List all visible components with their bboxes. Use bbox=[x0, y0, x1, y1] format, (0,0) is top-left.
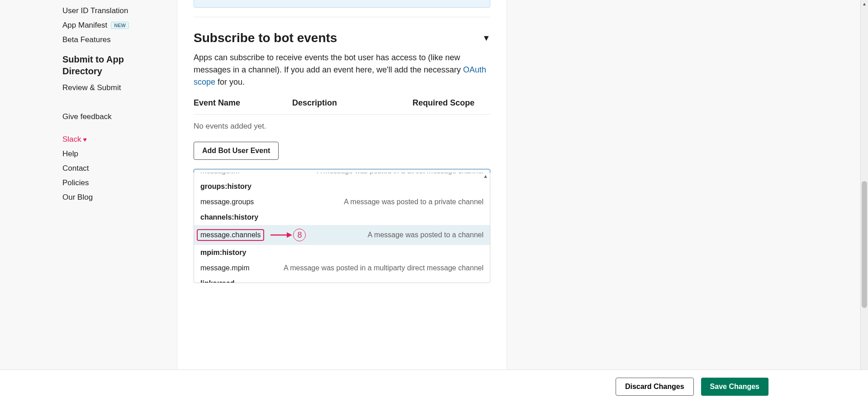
item-name: message.groups bbox=[200, 198, 254, 206]
sidebar-link-feedback[interactable]: Give feedback bbox=[62, 110, 177, 124]
add-bot-user-event-button[interactable]: Add Bot User Event bbox=[194, 142, 279, 160]
dropdown-item-message-groups[interactable]: message.groups A message was posted to a… bbox=[194, 194, 490, 210]
dropdown-item-message-mpim[interactable]: message.mpim A message was posted in a m… bbox=[194, 260, 490, 276]
sidebar-section-submit: Submit to App Directory bbox=[62, 47, 144, 81]
sidebar-item-beta-features[interactable]: Beta Features bbox=[62, 33, 177, 47]
desc-part1: Apps can subscribe to receive events the… bbox=[194, 53, 463, 74]
discard-changes-button[interactable]: Discard Changes bbox=[616, 378, 694, 396]
item-name: message.im bbox=[200, 173, 239, 175]
sidebar: User ID Translation App Manifest NEW Bet… bbox=[0, 0, 177, 403]
learn-more-link[interactable]: Learn more. bbox=[291, 0, 332, 0]
page-scrollbar[interactable]: ▲ bbox=[860, 0, 868, 403]
highlight-box: message.channels bbox=[197, 229, 264, 241]
section-name: groups:history bbox=[200, 182, 251, 191]
section-name: mpim:history bbox=[200, 249, 246, 257]
sidebar-item-user-id-translation[interactable]: User ID Translation bbox=[62, 4, 177, 18]
col-description: Description bbox=[292, 98, 413, 108]
item-desc: A message was posted to a channel bbox=[368, 231, 484, 239]
scroll-up-icon[interactable]: ▲ bbox=[483, 173, 488, 179]
banner-text: new, compact format. bbox=[216, 0, 289, 0]
sidebar-item-label: App Manifest bbox=[62, 21, 107, 30]
circled-number: 8 bbox=[293, 229, 306, 241]
sidebar-link-contact[interactable]: Contact bbox=[62, 161, 177, 176]
main-panel: new, compact format. Learn more. Subscri… bbox=[177, 0, 507, 403]
sidebar-link-blog[interactable]: Our Blog bbox=[62, 190, 177, 205]
arrow-icon bbox=[270, 231, 292, 239]
divider bbox=[194, 17, 490, 17]
sidebar-link-help[interactable]: Help bbox=[62, 147, 177, 161]
heart-icon: ♥ bbox=[83, 136, 87, 143]
chevron-down-icon[interactable]: ▼ bbox=[482, 34, 490, 43]
item-desc: A message was posted in a multiparty dir… bbox=[284, 264, 484, 272]
col-event-name: Event Name bbox=[194, 98, 292, 108]
annotation-arrow: 8 bbox=[270, 229, 306, 241]
sidebar-link-slack[interactable]: Slack ♥ bbox=[62, 132, 177, 147]
dropdown-section-mpim-history: mpim:history bbox=[194, 245, 490, 260]
svg-marker-1 bbox=[287, 232, 292, 238]
item-desc: A message was posted in a direct message… bbox=[317, 173, 484, 175]
dropdown-section-groups-history: groups:history bbox=[194, 179, 490, 194]
save-changes-button[interactable]: Save Changes bbox=[701, 378, 768, 396]
scroll-thumb[interactable] bbox=[862, 181, 867, 308]
no-events-text: No events added yet. bbox=[194, 115, 490, 142]
desc-part2: for you. bbox=[215, 77, 245, 86]
event-dropdown: ▲ message.im A message was posted in a d… bbox=[194, 173, 490, 283]
dropdown-section-channels-history: channels:history bbox=[194, 210, 490, 225]
dropdown-item-message-im[interactable]: message.im A message was posted in a dir… bbox=[194, 173, 490, 179]
new-badge: NEW bbox=[111, 22, 129, 29]
events-table-header: Event Name Description Required Scope bbox=[194, 98, 490, 115]
sidebar-item-review-submit[interactable]: Review & Submit bbox=[62, 81, 177, 95]
item-name: message.mpim bbox=[200, 264, 249, 272]
col-scope: Required Scope bbox=[413, 98, 490, 108]
dropdown-section-links-read: links:read bbox=[194, 276, 490, 283]
section-title: Subscribe to bot events bbox=[194, 31, 337, 45]
info-banner: new, compact format. Learn more. bbox=[194, 0, 490, 8]
scroll-up-arrow-icon[interactable]: ▲ bbox=[861, 0, 868, 8]
section-name: channels:history bbox=[200, 213, 258, 221]
bottom-action-bar: Discard Changes Save Changes bbox=[0, 369, 868, 403]
sidebar-link-policies[interactable]: Policies bbox=[62, 176, 177, 190]
section-name: links:read bbox=[200, 279, 235, 283]
dropdown-item-message-channels[interactable]: message.channels 8 A message was posted … bbox=[194, 225, 490, 245]
item-name: message.channels bbox=[200, 231, 261, 239]
slack-label: Slack bbox=[62, 135, 81, 144]
section-description: Apps can subscribe to receive events the… bbox=[194, 52, 490, 88]
item-desc: A message was posted to a private channe… bbox=[344, 198, 484, 206]
sidebar-item-app-manifest[interactable]: App Manifest NEW bbox=[62, 18, 177, 33]
